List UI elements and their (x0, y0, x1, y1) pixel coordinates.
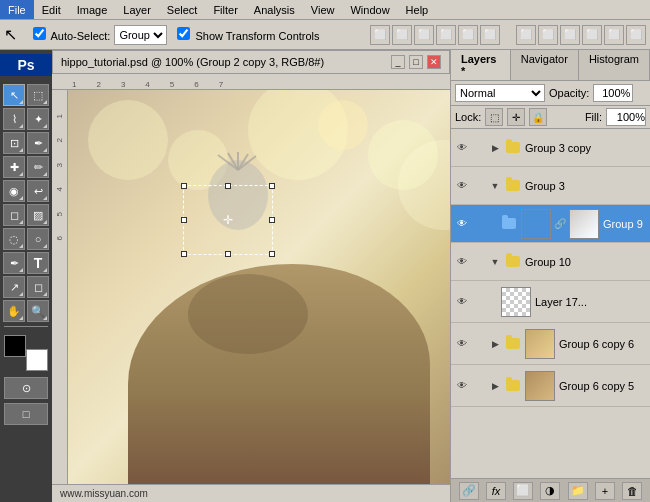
layer-expand-group3[interactable]: ▼ (489, 180, 501, 192)
menu-item-edit[interactable]: Edit (34, 0, 69, 19)
crop-tool[interactable]: ⊡ (3, 132, 25, 154)
move-tool[interactable]: ↖ (3, 84, 25, 106)
background-color-swatch[interactable] (26, 349, 48, 371)
distribute-icon-4[interactable]: ⬜ (582, 25, 602, 45)
marquee-tool[interactable]: ⬚ (27, 84, 49, 106)
sel-handle-br[interactable] (269, 251, 275, 257)
eraser-tool[interactable]: ◻ (3, 204, 25, 226)
distribute-icon-3[interactable]: ⬜ (560, 25, 580, 45)
adjustment-layer-btn[interactable]: ◑ (540, 482, 560, 500)
magic-wand-tool[interactable]: ✦ (27, 108, 49, 130)
align-left-icon[interactable]: ⬜ (370, 25, 390, 45)
eyedropper-tool[interactable]: ✒ (27, 132, 49, 154)
layer-item-layer17[interactable]: 👁 Layer 17... (451, 281, 650, 323)
menu-item-select[interactable]: Select (159, 0, 206, 19)
lock-all-btn[interactable]: 🔒 (529, 108, 547, 126)
hand-tool[interactable]: ✋ (3, 300, 25, 322)
pen-tool[interactable]: ✒ (3, 252, 25, 274)
opacity-input[interactable] (593, 84, 633, 102)
layer-eye-group10[interactable]: 👁 (455, 255, 469, 269)
layer-eye-group6copy6[interactable]: 👁 (455, 337, 469, 351)
sel-handle-bm[interactable] (225, 251, 231, 257)
layer-expand-group6copy6[interactable]: ▶ (489, 338, 501, 350)
gradient-tool[interactable]: ▨ (27, 204, 49, 226)
screen-mode-btn[interactable]: □ (4, 403, 48, 425)
align-center-h-icon[interactable]: ⬜ (392, 25, 412, 45)
close-button[interactable]: ✕ (427, 55, 441, 69)
layer-effects-btn[interactable]: fx (486, 482, 506, 500)
layer-item-group9[interactable]: 👁 🔗 Group 9 (451, 205, 650, 243)
distribute-icon-2[interactable]: ⬜ (538, 25, 558, 45)
layer-item-group3copy[interactable]: 👁 ▶ Group 3 copy (451, 129, 650, 167)
restore-button[interactable]: □ (409, 55, 423, 69)
layer-eye-layer17[interactable]: 👁 (455, 295, 469, 309)
tab-layers[interactable]: Layers * (451, 50, 511, 80)
layer-item-group6copy5[interactable]: 👁 ▶ Group 6 copy 5 (451, 365, 650, 407)
brush-tool[interactable]: ✏ (27, 156, 49, 178)
history-brush-tool[interactable]: ↩ (27, 180, 49, 202)
minimize-button[interactable]: _ (391, 55, 405, 69)
canvas[interactable]: ✛ (68, 90, 450, 484)
layer-item-group3[interactable]: 👁 ▼ Group 3 (451, 167, 650, 205)
layer-eye-group9[interactable]: 👁 (455, 217, 469, 231)
align-bottom-icon[interactable]: ⬜ (480, 25, 500, 45)
clone-tool[interactable]: ◉ (3, 180, 25, 202)
fill-input[interactable] (606, 108, 646, 126)
shape-tool[interactable]: ◻ (27, 276, 49, 298)
link-layers-btn[interactable]: 🔗 (459, 482, 479, 500)
zoom-tool[interactable]: 🔍 (27, 300, 49, 322)
menu-item-filter[interactable]: Filter (205, 0, 245, 19)
sel-handle-tm[interactable] (225, 183, 231, 189)
lock-pixels-btn[interactable]: ⬚ (485, 108, 503, 126)
sel-handle-ml[interactable] (181, 217, 187, 223)
quick-mask-btn[interactable]: ⊙ (4, 377, 48, 399)
show-transform-checkbox[interactable] (177, 27, 190, 40)
auto-select-dropdown[interactable]: Group (114, 25, 167, 45)
tab-navigator[interactable]: Navigator (511, 50, 579, 80)
layer-item-group10[interactable]: 👁 ▼ Group 10 (451, 243, 650, 281)
align-top-icon[interactable]: ⬜ (436, 25, 456, 45)
delete-layer-btn[interactable]: 🗑 (622, 482, 642, 500)
layer-expand-group10[interactable]: ▼ (489, 256, 501, 268)
distribute-icon-1[interactable]: ⬜ (516, 25, 536, 45)
layer-eye-group6copy5[interactable]: 👁 (455, 379, 469, 393)
menu-item-layer[interactable]: Layer (115, 0, 159, 19)
distribute-icon-6[interactable]: ⬜ (626, 25, 646, 45)
menu-item-image[interactable]: Image (69, 0, 116, 19)
lock-position-btn[interactable]: ✛ (507, 108, 525, 126)
blur-tool[interactable]: ◌ (3, 228, 25, 250)
healing-tool[interactable]: ✚ (3, 156, 25, 178)
layer-expand-group3copy[interactable]: ▶ (489, 142, 501, 154)
sel-handle-tl[interactable] (181, 183, 187, 189)
path-select-tool[interactable]: ↗ (3, 276, 25, 298)
layer-eye-group3[interactable]: 👁 (455, 179, 469, 193)
new-group-btn[interactable]: 📁 (568, 482, 588, 500)
blend-mode-select[interactable]: Normal (455, 84, 545, 102)
sel-handle-bl[interactable] (181, 251, 187, 257)
menu-item-window[interactable]: Window (342, 0, 397, 19)
auto-select-checkbox[interactable] (33, 27, 46, 40)
new-layer-btn[interactable]: + (595, 482, 615, 500)
foreground-color-swatch[interactable] (4, 335, 26, 357)
layer-item-group6copy6[interactable]: 👁 ▶ Group 6 copy 6 (451, 323, 650, 365)
lasso-tool[interactable]: ⌇ (3, 108, 25, 130)
layer-name-group3copy: Group 3 copy (525, 142, 646, 154)
main-area: Ps ↖ ⬚ ⌇ ✦ ⊡ ✒ ✚ ✏ ◉ ↩ ◻ ▨ ◌ ○ (0, 50, 650, 502)
tab-histogram[interactable]: Histogram (579, 50, 650, 80)
menu-item-file[interactable]: File (0, 0, 34, 19)
add-mask-btn[interactable]: ⬜ (513, 482, 533, 500)
menu-item-analysis[interactable]: Analysis (246, 0, 303, 19)
dodge-tool[interactable]: ○ (27, 228, 49, 250)
layer-expand-group6copy5[interactable]: ▶ (489, 380, 501, 392)
sel-handle-tr[interactable] (269, 183, 275, 189)
align-right-icon[interactable]: ⬜ (414, 25, 434, 45)
menu-item-help[interactable]: Help (398, 0, 437, 19)
distribute-icon-5[interactable]: ⬜ (604, 25, 624, 45)
layer-eye-group3copy[interactable]: 👁 (455, 141, 469, 155)
sel-handle-mr[interactable] (269, 217, 275, 223)
menu-item-view[interactable]: View (303, 0, 343, 19)
text-tool[interactable]: T (27, 252, 49, 274)
align-center-v-icon[interactable]: ⬜ (458, 25, 478, 45)
layer-name-group10: Group 10 (525, 256, 646, 268)
selection-box[interactable]: ✛ (183, 185, 273, 255)
